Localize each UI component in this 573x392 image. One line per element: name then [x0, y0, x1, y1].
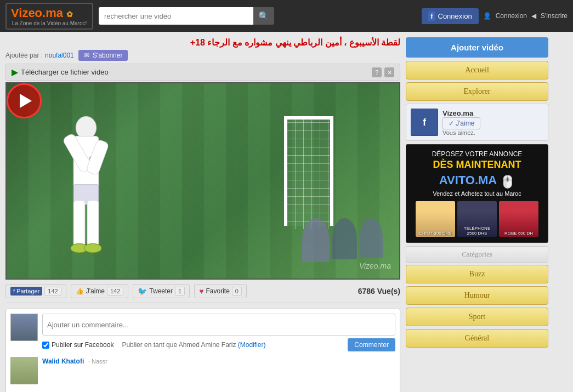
fb-login-label: Connexion	[438, 12, 472, 20]
ad-logo: AVITO.MA	[439, 173, 497, 188]
header-right: f Connexion 👤 Connexion ◀ S'inscrire	[422, 8, 568, 24]
ad-image-dog: CHIOT 300 DHS	[416, 201, 455, 237]
video-author-link[interactable]: noufal001	[45, 52, 74, 59]
category-general-button[interactable]: Général	[406, 329, 548, 348]
fb-logo: f	[411, 109, 438, 136]
comment-list: Walid Khatofi · Nassr	[10, 357, 395, 384]
ad-banner[interactable]: DÉPOSEZ VOTRE ANNONCE DÈS MAINTENANT AVI…	[406, 144, 548, 243]
share-count: 142	[44, 287, 61, 296]
ad-main-text: DÈS MAINTENANT	[412, 159, 542, 171]
download-close-button[interactable]: ✕	[384, 67, 394, 77]
favorite-label: Favorite	[206, 287, 229, 295]
comment-avatar	[10, 314, 38, 341]
audience-person	[332, 218, 357, 259]
tweet-button[interactable]: 🐦 Tweeter 1	[133, 284, 190, 298]
play-icon: ▶	[12, 67, 18, 77]
comment-item: Walid Khatofi · Nassr	[10, 357, 395, 384]
publish-facebook-checkbox[interactable]	[42, 342, 49, 349]
category-buzz-button[interactable]: Buzz	[406, 265, 548, 283]
ad-top-text: DÉPOSEZ VOTRE ANNONCE	[412, 150, 542, 158]
category-humour-button[interactable]: Humour	[406, 286, 548, 305]
video-added-by-label: Ajoutée par :	[5, 52, 43, 59]
subscribe-button[interactable]: ✉ S'abonner	[78, 50, 128, 61]
comment-actions: Publier sur Facebook Publier en tant que…	[42, 338, 395, 351]
fb-like-label: J'aime	[456, 120, 474, 127]
fb-likes-text: Vous aimez.	[442, 129, 543, 136]
views-count: 6786 Vue(s)	[358, 287, 400, 296]
action-bar: f Partager 142 👍 J'aime 142 🐦 Tweeter 1 …	[5, 280, 400, 303]
video-title-area: لقطة الأسيبوع ، أمين الرباطي ينهي مشواره…	[5, 37, 400, 61]
fb-page-name: Vizeo.ma	[442, 109, 543, 117]
like-label: J'aime	[86, 287, 105, 295]
fb-like-box: f Vizeo.ma ✓ J'aime Vous aimez.	[406, 104, 548, 141]
fb-like-info: Vizeo.ma ✓ J'aime Vous aimez.	[442, 109, 543, 136]
tweet-label: Tweeter	[149, 287, 173, 295]
publish-facebook-label: Publier sur Facebook	[52, 341, 114, 349]
like-button[interactable]: 👍 J'aime 142	[71, 284, 129, 298]
comment-input-area: Publier sur Facebook Publier en tant que…	[42, 314, 395, 351]
search-input[interactable]	[99, 7, 253, 25]
ad-image-dress: ROBE 600 DH	[499, 201, 538, 237]
categories-label: Catégories	[406, 246, 548, 263]
video-player[interactable]: 18	[5, 82, 400, 280]
download-controls: ? ✕	[372, 67, 394, 77]
like-count: 142	[107, 287, 123, 296]
search-button[interactable]: 🔍	[253, 7, 274, 25]
commenter-avatar	[10, 357, 38, 384]
video-thumbnail: 18	[7, 83, 399, 279]
ad-sub-text: Vendez et Achetez tout au Maroc	[412, 190, 542, 197]
download-button[interactable]: ▶ Télécharger ce fichier video	[12, 67, 109, 77]
favorite-count: 0	[232, 287, 242, 296]
favorite-button[interactable]: ♥ Favorite 0	[194, 284, 247, 298]
category-sport-button[interactable]: Sport	[406, 308, 548, 326]
comment-input[interactable]	[42, 314, 395, 336]
logo-area: Vizeo.ma ✿ La Zone de la Vidéo au Maroc!	[5, 3, 93, 30]
fb-login-button[interactable]: f Connexion	[422, 8, 479, 24]
header: Vizeo.ma ✿ La Zone de la Vidéo au Maroc!…	[0, 0, 573, 32]
watermark: Vizeo.ma	[359, 262, 391, 270]
comment-area: Publier sur Facebook Publier en tant que…	[5, 309, 400, 392]
tweet-count: 1	[175, 287, 185, 296]
video-title: لقطة الأسيبوع ، أمين الرباطي ينهي مشواره…	[5, 37, 400, 48]
sidebar: Ajouter vidéo Accueil Explorer f Vizeo.m…	[406, 37, 548, 392]
ad-image-phone: TÉLÉPHONE 2500 DHS	[457, 201, 497, 237]
fb-share-icon: f Partager	[10, 287, 42, 296]
svg-rect-6	[73, 201, 85, 246]
play-button[interactable]	[7, 83, 42, 118]
add-video-button[interactable]: Ajouter vidéo	[406, 37, 548, 58]
search-bar: 🔍	[99, 7, 274, 25]
logo-title: Vizeo.ma ✿	[11, 6, 88, 20]
audience-person	[360, 218, 383, 258]
audience-person	[302, 218, 330, 262]
download-bar: ▶ Télécharger ce fichier video ? ✕	[5, 64, 400, 81]
logo-subtitle: La Zone de la Vidéo au Maroc!	[11, 20, 88, 26]
comment-avatar-img	[11, 314, 37, 340]
modifier-link[interactable]: (Modifier)	[238, 341, 266, 349]
fb-like-button[interactable]: ✓ J'aime	[442, 117, 480, 129]
content-area: لقطة الأسيبوع ، أمين الرباطي ينهي مشواره…	[5, 37, 400, 392]
main-container: لقطة الأسيبوع ، أمين الرباطي ينهي مشواره…	[0, 32, 573, 392]
thumb-icon: 👍	[76, 287, 84, 295]
header-links: 👤 Connexion ◀ S'inscrire	[483, 12, 568, 20]
commenter-sub: · Nassr	[88, 358, 107, 365]
login-link[interactable]: Connexion	[496, 12, 527, 20]
fb-icon: f	[428, 12, 435, 21]
register-link[interactable]: S'inscrire	[541, 12, 568, 20]
twitter-icon: 🐦	[138, 287, 147, 296]
comment-box: Publier sur Facebook Publier en tant que…	[10, 314, 395, 351]
download-help-button[interactable]: ?	[372, 67, 382, 77]
accueil-button[interactable]: Accueil	[406, 61, 548, 79]
goal-post	[284, 116, 333, 226]
explorer-button[interactable]: Explorer	[406, 82, 548, 101]
svg-point-9	[84, 243, 101, 253]
publish-facebook-checkbox-area: Publier sur Facebook	[42, 341, 114, 349]
checkmark-icon: ✓	[449, 120, 454, 127]
download-label: Télécharger ce fichier video	[21, 68, 109, 76]
comment-submit-button[interactable]: Commenter	[348, 338, 395, 351]
search-icon: 🔍	[258, 11, 269, 21]
person-icon: 👤	[483, 12, 491, 20]
share-button[interactable]: f Partager 142	[5, 284, 66, 298]
commenter-name: Walid Khatofi	[42, 357, 84, 365]
svg-point-0	[76, 116, 96, 139]
audience-area	[302, 218, 383, 262]
